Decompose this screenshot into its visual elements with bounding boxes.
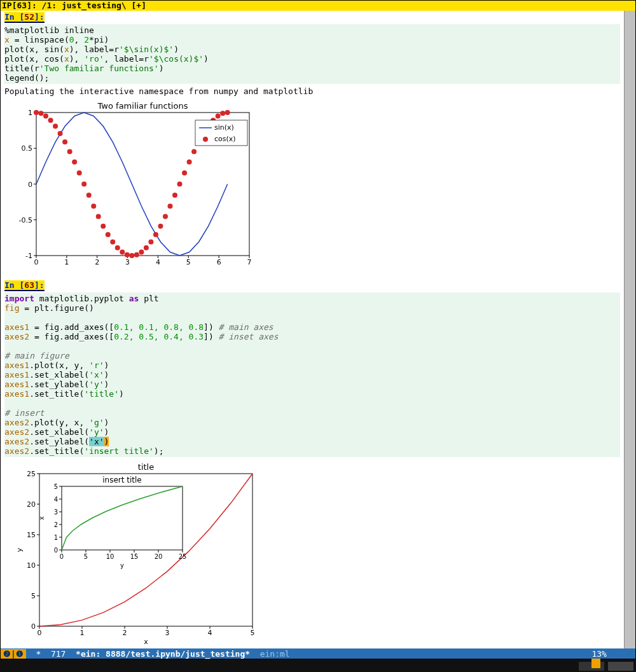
- svg-text:0: 0: [28, 181, 32, 189]
- svg-point-32: [53, 123, 58, 128]
- modeline-indicator: [591, 659, 600, 668]
- svg-point-57: [172, 193, 177, 198]
- svg-point-68: [225, 110, 230, 115]
- svg-text:4: 4: [54, 496, 58, 503]
- cursor-position: 34:20: [591, 640, 632, 649]
- svg-point-36: [72, 160, 77, 165]
- svg-point-51: [144, 245, 149, 250]
- svg-point-58: [177, 182, 183, 187]
- svg-text:0: 0: [38, 629, 42, 637]
- cell: In [52]: %matplotlib inline x = linspace…: [1, 11, 624, 96]
- code-block[interactable]: %matplotlib inline x = linspace(0, 2*pi)…: [4, 24, 620, 84]
- svg-text:0.5: 0.5: [22, 144, 33, 153]
- modeline: ❷|❶ * 717 *ein: 8888/test.ipynb/just_tes…: [1, 648, 635, 659]
- svg-text:7: 7: [247, 258, 252, 266]
- svg-point-60: [187, 160, 192, 165]
- svg-point-48: [129, 253, 134, 258]
- svg-text:10: 10: [106, 553, 114, 560]
- svg-text:2: 2: [95, 258, 99, 266]
- selection: 'x': [89, 437, 104, 446]
- svg-point-38: [81, 182, 86, 187]
- svg-text:2: 2: [123, 629, 127, 637]
- scrollbar[interactable]: [624, 11, 635, 648]
- svg-text:25: 25: [179, 553, 187, 560]
- desktop-strip: [0, 659, 636, 672]
- svg-point-50: [139, 249, 144, 254]
- svg-point-61: [191, 149, 197, 154]
- svg-text:x: x: [38, 516, 45, 520]
- window-titlebar: IP[63]: /1: just_testing\ [+]: [1, 1, 635, 11]
- cell-stdout: Populating the interactive namespace fro…: [4, 84, 620, 96]
- svg-point-28: [34, 110, 39, 115]
- plot-output: 0123450510152025titlexy0510152025012345i…: [1, 457, 624, 648]
- svg-text:5: 5: [251, 629, 255, 637]
- svg-point-37: [77, 170, 82, 175]
- svg-point-49: [134, 252, 139, 257]
- svg-point-31: [48, 118, 53, 123]
- svg-point-33: [58, 131, 63, 136]
- svg-point-40: [91, 203, 96, 209]
- svg-point-29: [39, 111, 44, 116]
- svg-text:20: 20: [155, 553, 163, 560]
- svg-text:1: 1: [64, 258, 69, 266]
- svg-point-59: [182, 170, 187, 175]
- svg-point-53: [153, 232, 158, 237]
- svg-point-45: [115, 245, 120, 250]
- svg-text:Two familiar functions: Two familiar functions: [97, 101, 188, 111]
- svg-point-42: [100, 224, 106, 229]
- svg-point-35: [67, 149, 73, 154]
- svg-text:0: 0: [54, 547, 58, 554]
- svg-text:-0.5: -0.5: [19, 216, 32, 224]
- svg-point-47: [125, 252, 130, 257]
- svg-point-43: [106, 232, 111, 237]
- svg-point-44: [110, 240, 115, 245]
- svg-text:4: 4: [156, 258, 160, 266]
- svg-text:0: 0: [31, 622, 36, 631]
- svg-text:2: 2: [54, 521, 58, 528]
- svg-text:15: 15: [27, 531, 36, 539]
- svg-text:3: 3: [125, 258, 130, 266]
- input-prompt: In [52]:: [4, 12, 45, 23]
- major-mode: ein:ml: [250, 649, 290, 659]
- chart-figure: 0123450510152025titlexy0510152025012345i…: [4, 461, 272, 648]
- buffer-content[interactable]: In [52]: %matplotlib inline x = linspace…: [1, 11, 624, 648]
- code-block[interactable]: import matplotlib.pyplot as plt fig = pl…: [4, 292, 620, 457]
- svg-text:sin(x): sin(x): [214, 123, 234, 132]
- svg-point-54: [158, 224, 163, 229]
- svg-text:20: 20: [27, 500, 36, 509]
- svg-text:y: y: [15, 547, 24, 552]
- svg-text:10: 10: [27, 561, 36, 570]
- svg-point-46: [120, 249, 125, 254]
- svg-text:insert title: insert title: [102, 476, 142, 484]
- svg-point-52: [148, 240, 153, 245]
- svg-text:y: y: [120, 562, 124, 569]
- svg-text:6: 6: [217, 258, 221, 266]
- svg-point-66: [216, 114, 221, 119]
- svg-point-55: [163, 214, 168, 219]
- svg-point-39: [86, 193, 92, 198]
- svg-point-34: [62, 139, 67, 144]
- plot-output: 01234567-1-0.500.51Two familiar function…: [1, 96, 624, 271]
- svg-rect-102: [62, 486, 183, 550]
- svg-text:1: 1: [28, 109, 32, 117]
- svg-text:3: 3: [165, 629, 170, 637]
- svg-point-30: [43, 114, 48, 119]
- buffer-name: *ein: 8888/test.ipynb/just_testing*: [76, 649, 250, 659]
- scroll-percent: 13%: [591, 649, 606, 659]
- svg-text:5: 5: [84, 553, 88, 560]
- svg-text:4: 4: [208, 629, 212, 637]
- svg-text:-1: -1: [25, 252, 32, 260]
- svg-text:5: 5: [31, 592, 36, 600]
- svg-text:15: 15: [130, 553, 139, 560]
- svg-text:1: 1: [54, 534, 58, 541]
- svg-text:25: 25: [27, 470, 36, 478]
- svg-text:5: 5: [186, 258, 191, 266]
- chart-figure: 01234567-1-0.500.51Two familiar function…: [4, 100, 259, 271]
- svg-point-67: [220, 111, 225, 116]
- cell: In [63]: import matplotlib.pyplot as plt…: [1, 279, 624, 457]
- svg-text:0: 0: [34, 258, 39, 266]
- svg-text:3: 3: [54, 509, 58, 516]
- input-prompt: In [63]:: [4, 280, 45, 291]
- svg-text:1: 1: [80, 629, 85, 637]
- emacs-window: IP[63]: /1: just_testing\ [+] In [52]: %…: [0, 0, 636, 659]
